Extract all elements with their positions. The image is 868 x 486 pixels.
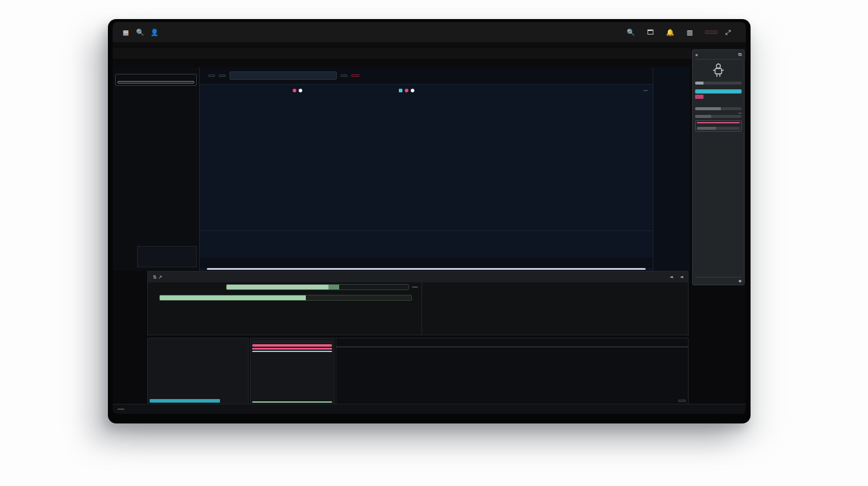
alert-banner[interactable]: [252, 344, 332, 347]
perf-bar: [695, 107, 742, 110]
ticker-tape: [113, 59, 746, 67]
mini-volume-chart[interactable]: [137, 246, 197, 267]
idea-bar: [697, 127, 740, 130]
depth-footnote: [422, 320, 688, 328]
legend-dot-pink: [293, 89, 296, 92]
chart-corner-label[interactable]: [678, 400, 686, 402]
legend-dot-teal: [399, 89, 402, 92]
date-axis[interactable]: [200, 257, 653, 268]
timeframe-dropdown[interactable]: [208, 74, 215, 77]
window-icon[interactable]: 🗔: [646, 28, 655, 36]
volume-chart[interactable]: [200, 230, 653, 257]
legend-series-2[interactable]: [399, 89, 414, 92]
app-logo-icon[interactable]: ▦: [121, 28, 131, 36]
autopilot-status-chip[interactable]: [351, 74, 359, 77]
depth-chart[interactable]: [422, 282, 688, 320]
sentiment-progress: [226, 284, 409, 290]
scan-progress-bar: [695, 82, 742, 85]
mid-section: ⇅ ↗ ◄ ◄: [147, 271, 689, 335]
plug-icon[interactable]: ⚹: [695, 52, 698, 58]
strategy-progress: [159, 295, 412, 301]
top-bar: ▦ 🔍 👤 🔍 🗔 🔔 ▥ ⤢: [113, 22, 746, 42]
app-screen: ▦ 🔍 👤 🔍 🗔 🔔 ▥ ⤢: [113, 22, 746, 414]
sentiment-box[interactable]: [412, 286, 418, 288]
share-icon[interactable]: ⧉: [738, 52, 742, 58]
status-mode-box[interactable]: [117, 409, 125, 410]
symbol-search-input[interactable]: [230, 71, 337, 80]
symbol-popup[interactable]: [117, 81, 194, 83]
grid-layout-icon[interactable]: ▥: [685, 28, 695, 36]
orderbook-footer[interactable]: [252, 401, 332, 403]
watchlist-detail-card[interactable]: [115, 74, 197, 86]
quote-chip-row[interactable]: [252, 351, 332, 352]
alert-divider: [252, 348, 332, 350]
search-icon[interactable]: 🔍: [135, 28, 145, 36]
legend-dot-white: [299, 89, 302, 92]
chart-panel: [200, 67, 653, 271]
notifications-icon[interactable]: 🔔: [665, 28, 675, 36]
mid-header: ⇅ ↗ ◄ ◄: [148, 272, 688, 282]
chart-scrollbar[interactable]: [207, 268, 646, 270]
sessions-chip[interactable]: [738, 113, 742, 114]
chart-toolbar: [200, 67, 653, 85]
legend-series-1[interactable]: [290, 89, 302, 92]
risk-chip[interactable]: [695, 95, 703, 99]
sessions-bar: [695, 115, 742, 118]
price-axis[interactable]: [653, 67, 690, 271]
trash-icon[interactable]: [219, 74, 226, 77]
bottom-section: [147, 338, 689, 404]
topbar-divider: [113, 42, 746, 48]
prev-arrow-icon[interactable]: ◄: [669, 275, 672, 279]
candlestick-chart[interactable]: [200, 85, 653, 230]
tab-bar: [113, 48, 746, 59]
search-icon-right[interactable]: 🔍: [626, 28, 636, 36]
buying-power-gauge: [695, 89, 742, 94]
next-arrow-icon[interactable]: ◄: [680, 275, 683, 279]
watchlist-volume-block: [115, 246, 197, 267]
depth-chart-panel: [422, 282, 688, 335]
ai-ideas-box[interactable]: [695, 120, 742, 132]
orderbook-line1: [252, 341, 332, 341]
multi-chart-panel: [336, 338, 689, 404]
orderbook-panel: [250, 338, 334, 404]
legend-dot-pink2: [405, 89, 408, 92]
indicator-chip[interactable]: [340, 74, 348, 77]
profile-icon[interactable]: 👤: [150, 28, 159, 36]
close-button[interactable]: [705, 30, 718, 34]
idea-divider: [697, 122, 740, 123]
monitor-window: ▦ 🔍 👤 🔍 🗔 🔔 ▥ ⤢: [108, 19, 751, 423]
resize-icon[interactable]: ⇅ ↗: [153, 275, 162, 280]
collapse-icon[interactable]: ⊜: [739, 279, 742, 283]
sentiment-table: [148, 282, 422, 335]
robot-assistant-icon: [711, 63, 726, 78]
positions-progress: [150, 399, 220, 403]
watchlist-panel: [113, 67, 200, 271]
fullscreen-icon[interactable]: ⤢: [723, 28, 733, 36]
legend-dot-white2: [411, 89, 414, 92]
overlay-count: [643, 90, 648, 91]
status-bar: [113, 404, 746, 414]
positions-table-panel: [147, 338, 249, 404]
last-price-overlay: [637, 90, 648, 91]
workspace: [113, 67, 690, 271]
orderbook-line2: [252, 342, 332, 343]
order-panel: ⚹ ⧉: [692, 49, 745, 285]
